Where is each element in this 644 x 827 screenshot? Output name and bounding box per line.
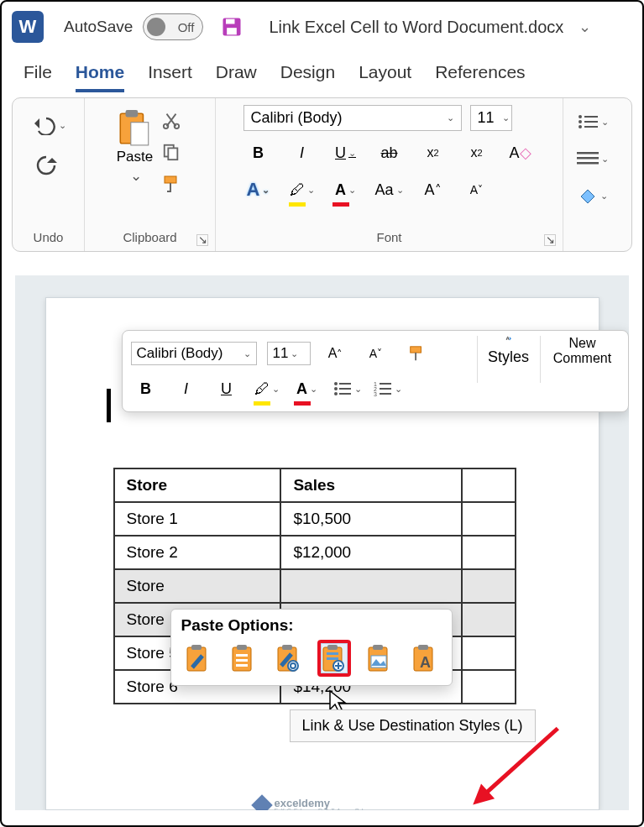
group-label-clipboard: Clipboard [93,227,207,248]
italic-button[interactable]: I [287,138,317,168]
paste-option-tooltip: Link & Use Destination Styles (L) [290,709,536,742]
copy-button[interactable] [160,140,183,164]
change-case-button[interactable]: Aa⌄ [374,175,405,205]
underline-button[interactable]: U⌄ [331,138,361,168]
font-color-button[interactable]: A⌄ [331,175,361,205]
mini-grow-font-button[interactable]: A˄ [321,338,351,369]
mini-underline-button[interactable]: U [212,374,242,404]
paste-link-use-destination-styles-button[interactable] [317,640,351,677]
paste-dropdown-icon[interactable]: ⌄ [130,167,142,185]
svg-rect-20 [410,347,421,353]
strikethrough-button[interactable]: ab [374,138,405,168]
mini-new-comment-button[interactable]: + New Comment [546,336,620,366]
title-dropdown-icon[interactable]: ⌄ [579,18,591,36]
svg-rect-16 [584,126,598,128]
mini-font-name-select[interactable]: Calibri (Body)⌄ [131,342,257,365]
title-bar: W AutoSave Off Link Excel Cell to Word D… [0,0,644,54]
svg-point-13 [579,120,582,123]
shrink-font-button[interactable]: A˅ [462,175,492,205]
bold-button[interactable]: B [243,138,274,168]
svg-text:3: 3 [374,391,377,396]
text-effects-button[interactable]: A⌄ [243,175,274,205]
svg-rect-10 [165,176,176,183]
clear-formatting-button[interactable]: A◇ [505,138,536,168]
table-header[interactable]: Sales [280,468,461,502]
svg-point-21 [334,382,338,385]
svg-point-7 [175,124,180,129]
svg-point-11 [579,115,582,118]
paste-options-popup: Paste Options: A [170,609,453,686]
alignment-button[interactable]: ⌄ [577,144,609,174]
clipboard-dialog-launcher[interactable]: ↘ [196,234,208,246]
cut-button[interactable] [160,108,183,132]
svg-rect-26 [339,393,351,395]
tab-file[interactable]: File [24,62,52,92]
subscript-button[interactable]: x2 [418,138,448,168]
paste-as-picture-button[interactable] [363,640,396,677]
svg-rect-36 [187,647,206,671]
table-row[interactable]: Store 1$10,500 [114,502,516,536]
svg-rect-39 [237,645,247,650]
svg-rect-5 [131,123,149,145]
group-undo: ⌄ Undo [13,98,85,251]
mini-numbering-button[interactable]: 123⌄ [373,374,403,404]
mini-italic-button[interactable]: I [171,374,202,404]
svg-rect-37 [191,645,202,650]
document-title: Link Excel Cell to Word Document.docx [269,18,563,37]
svg-rect-28 [380,383,391,385]
svg-rect-40 [236,654,248,657]
paste-use-destination-styles-button[interactable] [227,640,260,677]
mini-toolbar: Calibri (Body)⌄ 11⌄ A˄ A˅ B I U 🖊⌄ A⌄ ⌄ … [122,330,629,412]
mini-format-painter-button[interactable] [401,338,432,369]
paste-button[interactable]: Paste ⌄ [117,108,153,185]
highlight-button[interactable]: 🖊⌄ [287,175,317,205]
svg-rect-19 [577,162,599,165]
paste-link-keep-source-button[interactable] [272,640,306,677]
tab-insert[interactable]: Insert [148,62,192,92]
grow-font-button[interactable]: A˄ [418,175,448,205]
group-label-undo: Undo [21,227,76,248]
font-size-select[interactable]: 11⌄ [470,105,512,131]
svg-rect-24 [339,388,351,390]
shading-button[interactable]: ⌄ [577,181,609,211]
svg-rect-44 [282,645,292,650]
mini-font-size-select[interactable]: 11⌄ [267,342,311,365]
mini-bullets-button[interactable]: ⌄ [332,374,363,404]
tab-design[interactable]: Design [280,62,335,92]
mini-highlight-button[interactable]: 🖊⌄ [252,374,282,404]
svg-rect-48 [327,652,338,655]
mini-font-color-button[interactable]: A⌄ [292,374,322,404]
table-header-row[interactable]: Store Sales [114,468,516,502]
svg-rect-52 [373,645,383,650]
table-header[interactable]: Store [114,468,281,502]
mini-bold-button[interactable]: B [131,374,161,404]
svg-rect-2 [228,28,238,34]
font-dialog-launcher[interactable]: ↘ [544,234,556,246]
paste-keep-source-formatting-button[interactable] [181,640,215,677]
superscript-button[interactable]: x2 [462,138,492,168]
group-clipboard: Paste ⌄ Clipboard ↘ [85,98,216,251]
font-name-select[interactable]: Calibri (Body)⌄ [243,105,462,131]
tab-home[interactable]: Home [76,62,124,92]
paste-text-only-button[interactable]: A [408,640,442,677]
undo-button[interactable]: ⌄ [31,110,66,140]
tab-layout[interactable]: Layout [359,62,411,92]
svg-point-45 [288,661,298,671]
table-header[interactable] [462,468,516,502]
format-painter-button[interactable] [160,172,183,196]
svg-rect-47 [327,645,338,650]
save-icon[interactable] [220,15,243,39]
bullets-button[interactable]: ⌄ [577,107,609,137]
table-row[interactable]: Store [114,569,516,603]
document-area: Calibri (Body)⌄ 11⌄ A˄ A˅ B I U 🖊⌄ A⌄ ⌄ … [15,275,629,810]
svg-rect-22 [339,383,351,385]
mini-shrink-font-button[interactable]: A˅ [361,338,391,369]
svg-rect-17 [577,152,599,154]
tab-draw[interactable]: Draw [216,62,257,92]
redo-button[interactable] [31,150,61,181]
table-row[interactable]: Store 2$12,000 [114,536,516,569]
autosave-toggle[interactable]: Off [143,13,203,40]
tab-references[interactable]: References [435,62,525,92]
mini-styles-button[interactable]: A Styles [483,336,535,366]
group-label-font: Font [224,227,554,248]
